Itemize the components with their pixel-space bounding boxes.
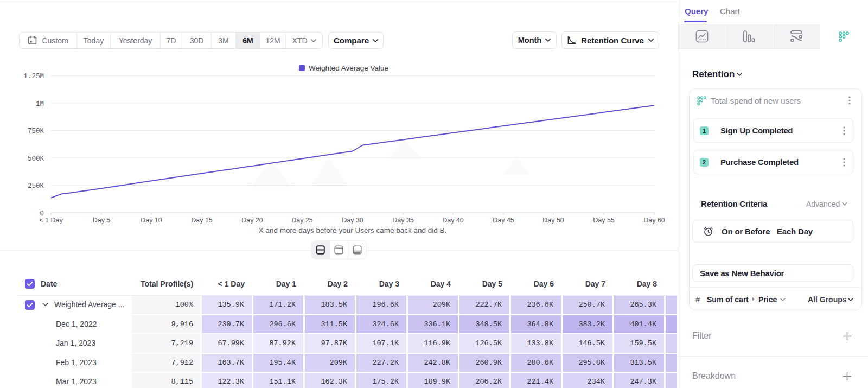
svg-text:Day 30: Day 30 — [342, 217, 363, 224]
svg-text:Day 50: Day 50 — [542, 217, 564, 224]
svg-text:Day 60: Day 60 — [643, 217, 665, 224]
svg-text:500K: 500K — [28, 155, 44, 163]
svg-text:1.25M: 1.25M — [23, 73, 44, 80]
svg-text:Day 15: Day 15 — [191, 217, 213, 224]
svg-text:X and more days before your Us: X and more days before your Users came b… — [259, 226, 447, 234]
svg-text:Day 40: Day 40 — [442, 217, 464, 224]
svg-text:Day 25: Day 25 — [291, 217, 313, 224]
svg-text:Day 20: Day 20 — [241, 217, 263, 224]
svg-text:750K: 750K — [28, 128, 44, 135]
svg-text:1M: 1M — [36, 100, 44, 108]
svg-text:Day 5: Day 5 — [93, 217, 111, 224]
svg-text:Day 55: Day 55 — [593, 217, 615, 224]
svg-text:< 1 Day: < 1 Day — [39, 217, 63, 224]
svg-text:250K: 250K — [28, 182, 44, 190]
svg-text:Day 35: Day 35 — [392, 217, 414, 224]
svg-text:Day 10: Day 10 — [141, 217, 162, 224]
svg-text:Day 45: Day 45 — [493, 217, 514, 224]
